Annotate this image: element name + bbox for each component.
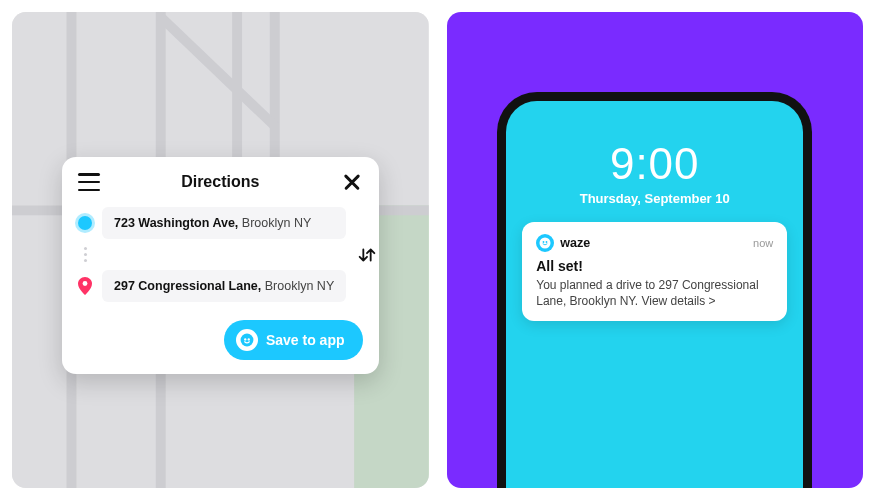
svg-point-9 — [83, 281, 88, 286]
directions-card: Directions 723 Washington Ave, Brooklyn … — [62, 157, 379, 374]
destination-street: 297 Congressional Lane, — [114, 279, 261, 293]
svg-point-14 — [543, 241, 545, 243]
menu-icon[interactable] — [78, 173, 100, 191]
card-title: Directions — [181, 173, 259, 191]
notification-app-name: waze — [560, 236, 590, 250]
svg-point-10 — [240, 334, 253, 347]
lock-screen-date: Thursday, September 10 — [522, 191, 787, 206]
save-to-app-button[interactable]: Save to app — [224, 320, 363, 360]
origin-row: 723 Washington Ave, Brooklyn NY — [78, 207, 346, 239]
destination-row: 297 Congressional Lane, Brooklyn NY — [78, 270, 346, 302]
card-header: Directions — [78, 171, 363, 193]
notification-card[interactable]: waze now All set! You planned a drive to… — [522, 222, 787, 321]
svg-point-12 — [247, 338, 249, 340]
notification-time: now — [753, 237, 773, 249]
svg-point-11 — [244, 338, 246, 340]
connector-row — [78, 245, 346, 264]
notification-body: You planned a drive to 297 Congressional… — [536, 277, 773, 309]
origin-field[interactable]: 723 Washington Ave, Brooklyn NY — [102, 207, 346, 239]
close-icon[interactable] — [341, 171, 363, 193]
origin-city: Brooklyn NY — [242, 216, 311, 230]
save-to-app-label: Save to app — [266, 332, 345, 348]
route-connector-icon — [78, 245, 92, 264]
waze-app-icon — [536, 234, 554, 252]
destination-field[interactable]: 297 Congressional Lane, Brooklyn NY — [102, 270, 346, 302]
lock-screen-clock: 9:00 — [522, 139, 787, 189]
notification-app: waze — [536, 234, 590, 252]
svg-point-13 — [540, 238, 551, 249]
map-panel: Directions 723 Washington Ave, Brooklyn … — [12, 12, 429, 488]
svg-point-15 — [546, 241, 548, 243]
origin-marker-icon — [78, 216, 92, 230]
swap-icon[interactable] — [356, 244, 378, 266]
origin-street: 723 Washington Ave, — [114, 216, 238, 230]
notification-title: All set! — [536, 258, 773, 274]
save-to-app-icon — [236, 329, 258, 351]
destination-marker-icon — [78, 277, 92, 295]
phone-panel: 9:00 Thursday, September 10 wa — [447, 12, 864, 488]
destination-city: Brooklyn NY — [265, 279, 334, 293]
phone-frame: 9:00 Thursday, September 10 wa — [497, 92, 812, 488]
locations-list: 723 Washington Ave, Brooklyn NY — [78, 207, 346, 302]
